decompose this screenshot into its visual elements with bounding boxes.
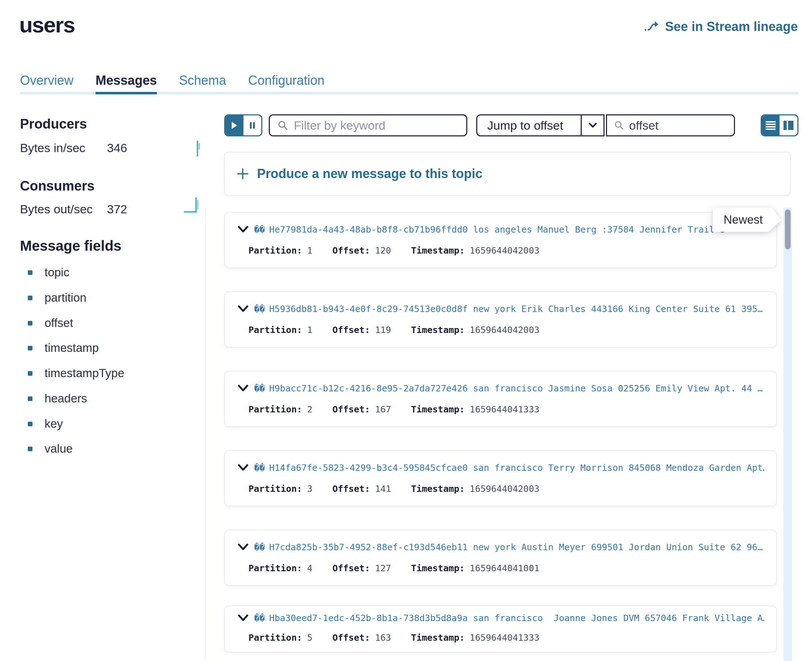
list-view-button[interactable] <box>762 115 780 135</box>
timestamp-value: 1659644042003 <box>470 245 540 256</box>
message-card[interactable]: �� Hba30eed7-1edc-452b-8b1a-738d3b5d8a9a… <box>224 605 777 653</box>
tab-schema[interactable]: Schema <box>179 73 226 94</box>
field-item-timestamp[interactable]: timestamp <box>28 341 99 355</box>
message-card[interactable]: �� H5936db81-b943-4e0f-8c29-74513e0c0d8f… <box>224 291 777 348</box>
bytes-out-sparkline <box>183 195 202 214</box>
offset-label: Offset: <box>333 484 370 494</box>
stream-lineage-icon <box>644 20 660 33</box>
pause-button[interactable] <box>243 115 262 135</box>
chevron-down-icon[interactable] <box>237 225 249 233</box>
message-key-row: �� H14fa67fe-5823-4299-b3c4-595845cfcae0… <box>237 460 765 475</box>
tab-configuration[interactable]: Configuration <box>248 73 324 94</box>
timestamp-value: 1659644041333 <box>470 632 540 643</box>
newest-tooltip-label: Newest <box>713 208 782 232</box>
partition-label: Partition: <box>248 325 302 335</box>
offset-label: Offset: <box>333 404 370 415</box>
producers-heading: Producers <box>20 117 87 132</box>
timestamp-label: Timestamp: <box>411 245 465 256</box>
columns-view-button[interactable] <box>780 115 798 135</box>
field-item-value[interactable]: value <box>28 442 73 455</box>
play-pause-toggle <box>224 114 263 136</box>
message-card[interactable]: �� H9bacc71c-b12c-4216-8e95-2a7da727e426… <box>224 371 777 427</box>
pause-icon <box>249 121 256 129</box>
field-item-topic[interactable]: topic <box>28 266 69 279</box>
content-divider <box>205 208 206 661</box>
offset-search-field <box>606 114 735 136</box>
field-item-headers[interactable]: headers <box>28 392 87 405</box>
partition-label: Partition: <box>248 484 302 494</box>
offset-label: Offset: <box>333 245 370 256</box>
play-button[interactable] <box>225 115 243 135</box>
offset-search-input[interactable] <box>629 118 727 133</box>
field-bullet-icon <box>28 422 32 426</box>
chevron-down-icon[interactable] <box>237 543 249 551</box>
search-icon <box>614 120 624 131</box>
message-summary: He77981da-4a43-48ab-b8f8-cb71b96ffdd0 lo… <box>269 224 765 235</box>
topic-details-page: users See in Stream lineage Overview Mes… <box>0 0 812 661</box>
binary-key-glyphs: �� <box>254 463 265 473</box>
partition-value: 1 <box>307 245 312 256</box>
field-item-timestampType[interactable]: timestampType <box>28 366 124 380</box>
bytes-out-label: Bytes out/sec <box>20 202 93 216</box>
field-item-offset[interactable]: offset <box>28 316 73 330</box>
messages-scrollbar-track[interactable] <box>783 208 792 661</box>
columns-view-icon <box>783 120 794 130</box>
plus-icon <box>236 168 249 180</box>
message-card[interactable]: �� H14fa67fe-5823-4299-b3c4-595845cfcae0… <box>224 450 777 506</box>
jump-to-offset-value: Jump to offset <box>477 118 581 133</box>
message-meta: Partition:1 Offset:119 Timestamp:1659644… <box>248 325 539 335</box>
field-item-key[interactable]: key <box>28 417 63 431</box>
play-icon <box>231 121 238 129</box>
message-meta: Partition:3 Offset:141 Timestamp:1659644… <box>248 484 539 494</box>
message-summary: H14fa67fe-5823-4299-b3c4-595845cfcae0 sa… <box>269 463 765 473</box>
field-bullet-icon <box>28 447 32 451</box>
view-mode-toggle <box>761 114 798 136</box>
partition-label: Partition: <box>248 632 302 643</box>
message-card[interactable]: �� He77981da-4a43-48ab-b8f8-cb71b96ffdd0… <box>224 212 777 268</box>
list-view-icon <box>765 121 776 130</box>
offset-value: 120 <box>375 245 391 256</box>
field-bullet-icon <box>28 371 32 376</box>
partition-label: Partition: <box>248 404 302 415</box>
see-in-stream-lineage-link[interactable]: See in Stream lineage <box>644 19 798 34</box>
timestamp-label: Timestamp: <box>411 325 465 335</box>
jump-to-offset-select[interactable]: Jump to offset <box>476 114 605 136</box>
field-item-partition[interactable]: partition <box>28 291 86 305</box>
tab-messages[interactable]: Messages <box>96 73 157 94</box>
message-meta: Partition:1 Offset:120 Timestamp:1659644… <box>248 245 539 256</box>
message-summary: H5936db81-b943-4e0f-8c29-74513e0c0d8f ne… <box>269 304 765 314</box>
message-key-row: �� H5936db81-b943-4e0f-8c29-74513e0c0d8f… <box>237 301 765 316</box>
timestamp-value: 1659644041333 <box>470 404 540 415</box>
binary-key-glyphs: �� <box>254 383 265 394</box>
timestamp-value: 1659644042003 <box>470 484 540 494</box>
offset-value: 163 <box>375 632 391 643</box>
binary-key-glyphs: �� <box>254 224 265 235</box>
keyword-filter-field <box>269 114 467 136</box>
produce-message-button[interactable]: Produce a new message to this topic <box>224 152 791 196</box>
field-bullet-icon <box>28 396 32 401</box>
partition-value: 2 <box>307 404 312 415</box>
chevron-down-icon[interactable] <box>237 384 249 392</box>
chevron-down-icon[interactable] <box>237 305 249 313</box>
keyword-filter-input[interactable] <box>294 118 458 133</box>
offset-value: 141 <box>375 484 391 494</box>
message-meta: Partition:4 Offset:127 Timestamp:1659644… <box>248 563 539 573</box>
message-summary: H9bacc71c-b12c-4216-8e95-2a7da727e426 sa… <box>269 383 765 394</box>
chevron-down-icon[interactable] <box>237 464 249 471</box>
offset-value: 119 <box>375 325 391 335</box>
partition-label: Partition: <box>248 563 302 573</box>
consumers-heading: Consumers <box>20 179 94 194</box>
chevron-down-icon[interactable] <box>237 614 249 622</box>
messages-scrollbar-thumb[interactable] <box>785 209 791 249</box>
timestamp-value: 1659644042003 <box>470 325 540 335</box>
message-card[interactable]: �� H7cda825b-35b7-4952-88ef-c193d546eb11… <box>224 530 777 586</box>
partition-value: 5 <box>307 632 312 643</box>
message-meta: Partition:2 Offset:167 Timestamp:1659644… <box>248 404 539 415</box>
message-summary: Hba30eed7-1edc-452b-8b1a-738d3b5d8a9a sa… <box>269 613 765 623</box>
tab-overview[interactable]: Overview <box>20 73 74 94</box>
field-bullet-icon <box>28 321 32 326</box>
partition-value: 3 <box>307 484 312 494</box>
offset-label: Offset: <box>333 632 370 643</box>
message-key-row: �� He77981da-4a43-48ab-b8f8-cb71b96ffdd0… <box>237 222 765 237</box>
chevron-down-icon <box>581 115 604 135</box>
